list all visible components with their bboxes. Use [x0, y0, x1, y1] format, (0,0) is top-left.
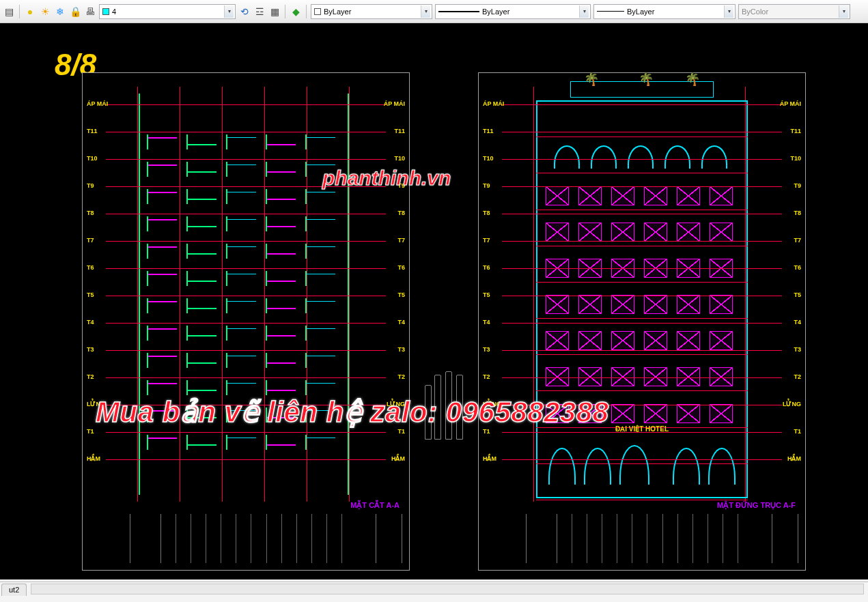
window — [546, 186, 569, 205]
plotstyle-value[interactable] — [742, 8, 836, 16]
section-line — [266, 335, 296, 336]
section-line — [186, 134, 188, 149]
section-line — [266, 435, 267, 450]
floor-label: T6 — [87, 264, 94, 271]
section-line — [186, 199, 216, 200]
section-line — [226, 244, 227, 259]
section-line — [266, 298, 267, 313]
window — [677, 186, 700, 205]
section-line — [305, 383, 335, 384]
window — [611, 223, 634, 242]
layer-states-icon[interactable]: ☲ — [253, 5, 266, 18]
section-line — [305, 435, 307, 450]
floor-gridline — [502, 241, 782, 242]
floor-label: T8 — [483, 210, 490, 216]
layer-dropdown[interactable]: ▾ — [99, 4, 236, 19]
floor-label: HẦM — [483, 455, 496, 462]
section-line — [147, 326, 148, 341]
section-line — [186, 171, 216, 173]
floor-label: ÁP MÁI — [87, 100, 108, 107]
section-line — [226, 301, 256, 302]
hscrollbar[interactable] — [31, 584, 864, 594]
floor-gridline — [106, 377, 386, 378]
section-line — [147, 380, 148, 395]
section-line — [226, 271, 227, 286]
lightbulb-icon[interactable]: ● — [24, 5, 36, 18]
make-current-icon[interactable]: ◆ — [290, 5, 302, 18]
window — [644, 223, 667, 242]
section-line — [266, 189, 267, 204]
window — [578, 186, 602, 205]
floor-label: T1 — [483, 428, 490, 435]
elevation-geometry: 🌴 🌴 🌴 ĐẠI VIỆT HOTEL — [536, 100, 748, 498]
window — [677, 331, 700, 350]
floor-label: T7 — [794, 237, 801, 244]
section-line — [186, 144, 216, 145]
floor-label: T3 — [794, 346, 801, 353]
lineweight-dropdown[interactable]: ▾ — [593, 4, 736, 19]
chevron-down-icon[interactable]: ▾ — [724, 5, 733, 18]
elev-floor-line — [536, 137, 748, 137]
section-line — [305, 134, 307, 149]
model-space[interactable]: 8/8 MẶT CẮT A-A ÁP MÁIÁP MÁIT11T11T10T10… — [0, 23, 868, 579]
floor-label: HẦM — [87, 455, 100, 462]
section-line — [186, 435, 188, 450]
chevron-down-icon[interactable]: ▾ — [421, 5, 430, 18]
list-icon[interactable]: ▤ — [3, 5, 15, 18]
section-line — [266, 199, 296, 200]
properties-toolbar: ▤ ● ☀ ❄ 🔒 🖶 ▾ ⟲ ☲ ▦ ◆ ▾ ▾ ▾ ▾ — [0, 0, 868, 23]
section-line — [266, 216, 267, 231]
drawing-sheet-elevation: MẬT ĐỨNG TRỤC A-F 🌴 🌴 🌴 ĐẠI VIỆT HOTEL Á… — [478, 72, 806, 571]
section-line — [226, 189, 227, 204]
section-line — [186, 326, 188, 341]
layout-tab[interactable]: ut2 — [1, 584, 27, 596]
layer-manager-icon[interactable]: ▦ — [268, 5, 281, 18]
section-line — [266, 308, 296, 309]
gridline — [222, 87, 223, 502]
section-line — [186, 226, 216, 227]
elev-floor-line — [536, 282, 748, 283]
layer-name-input[interactable] — [112, 8, 221, 16]
floor-label: T10 — [87, 155, 98, 162]
section-line — [147, 189, 148, 204]
section-line — [186, 216, 188, 231]
section-line — [305, 301, 335, 302]
color-dropdown[interactable]: ▾ — [311, 4, 432, 19]
lineweight-value[interactable] — [627, 8, 721, 16]
elev-floor-line — [536, 318, 748, 319]
sun-icon[interactable]: ☀ — [39, 5, 51, 18]
section-line — [305, 216, 307, 231]
plotstyle-dropdown[interactable]: ▾ — [738, 4, 850, 19]
section-line — [266, 144, 296, 145]
chevron-down-icon[interactable]: ▾ — [224, 5, 234, 18]
floor-gridline — [106, 159, 386, 160]
gridline — [349, 87, 350, 502]
floor-label: ÁP MÁI — [483, 100, 504, 107]
section-line — [226, 326, 227, 341]
plot-icon[interactable]: 🖶 — [84, 5, 96, 18]
color-value[interactable] — [324, 8, 418, 16]
window — [644, 186, 667, 205]
floor-label: T10 — [394, 155, 405, 162]
section-line — [305, 326, 307, 341]
floor-gridline — [106, 268, 386, 269]
section-line — [305, 298, 307, 313]
section-line — [186, 444, 216, 446]
section-line — [147, 274, 177, 275]
linetype-value[interactable] — [482, 8, 576, 16]
floor-gridline — [502, 377, 782, 378]
section-line — [226, 162, 227, 177]
chevron-down-icon[interactable]: ▾ — [579, 5, 589, 18]
floor-gridline — [106, 296, 386, 296]
layer-previous-icon[interactable]: ⟲ — [238, 5, 251, 18]
window — [611, 404, 634, 423]
linetype-dropdown[interactable]: ▾ — [435, 4, 591, 19]
floor-label: T5 — [397, 291, 405, 298]
lock-icon[interactable]: 🔒 — [69, 5, 81, 18]
freeze-icon[interactable]: ❄ — [54, 5, 66, 18]
palm-icon: 🌴 — [584, 72, 599, 87]
window — [611, 186, 634, 205]
floor-gridline — [502, 186, 782, 187]
chevron-down-icon[interactable]: ▾ — [839, 5, 848, 18]
gridline — [307, 87, 307, 502]
